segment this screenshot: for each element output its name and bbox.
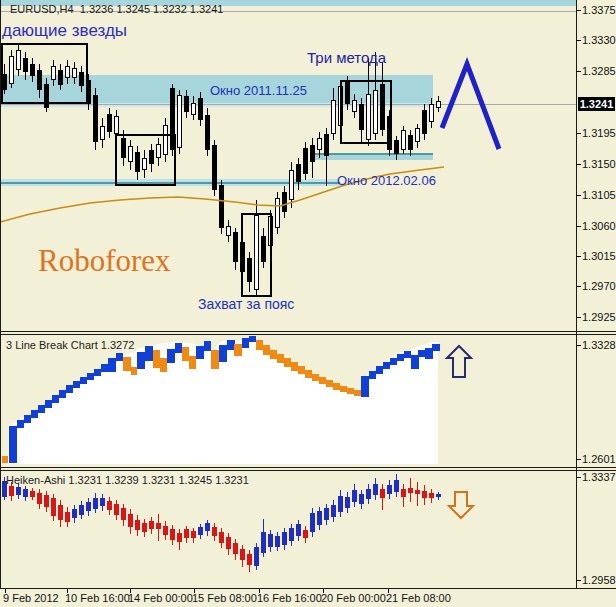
time-axis-label: 20 Feb 00:00: [321, 592, 386, 604]
line-break-bar-up: [137, 352, 145, 369]
symbol-period: EURUSD,H4: [10, 3, 74, 15]
candle-bull: [401, 130, 406, 150]
ha-candle-bear: [184, 529, 189, 538]
ha-candle-bear: [429, 493, 434, 498]
line-break-bar-down: [263, 345, 270, 355]
ha-candle-bull: [275, 536, 280, 547]
line-break-bar-down: [291, 362, 298, 371]
ha-candle-bear: [226, 537, 231, 549]
ha-candle-bear: [191, 531, 196, 538]
ha-candle-bull: [16, 487, 21, 495]
price-scale[interactable]: [577, 0, 616, 588]
heiken-ashi-title: Heiken-Ashi 1.3231 1.3239 1.3231 1.3245 …: [6, 474, 249, 486]
ha-candle-bear: [163, 526, 168, 535]
line-break-bar-down: [2, 456, 8, 463]
price-scale-label: 1.2601: [582, 453, 616, 465]
ha-candle-bear: [380, 489, 385, 498]
ha-candle-bull: [436, 494, 441, 497]
line-break-bar-down: [284, 358, 291, 367]
ha-candle-bear: [240, 549, 245, 560]
time-axis-tick: [323, 589, 324, 593]
price-scale-label: 1.3328: [582, 339, 616, 351]
candle-bull: [191, 103, 196, 115]
line-break-bar-up: [38, 405, 45, 413]
ha-candle-bull: [261, 532, 266, 553]
candle-bear: [107, 114, 112, 132]
ha-candle-bull: [345, 497, 350, 508]
line-break-bar-up: [369, 371, 376, 379]
ha-candle-bear: [177, 533, 182, 542]
panel-divider-2b: [0, 470, 616, 471]
price-scale-label: 1.3195: [582, 127, 616, 139]
line-break-bar-down: [305, 370, 312, 378]
line-break-bar-up: [94, 369, 101, 376]
price-scale-label: 1.3375: [582, 4, 616, 16]
ha-candle-bear: [37, 493, 42, 504]
candle-bull: [429, 104, 434, 122]
line-break-bar-up: [116, 353, 123, 361]
price-scale-label: 1.3060: [582, 220, 616, 232]
time-axis-label: 21 Feb 08:00: [386, 592, 451, 604]
line-break-bar-up: [145, 346, 153, 361]
price-scale-label: 1.2958: [582, 574, 616, 586]
line-break-bar-up: [24, 415, 31, 423]
ha-candle-bear: [233, 543, 238, 554]
line-break-bar-up: [167, 349, 175, 363]
time-axis-tick: [259, 589, 260, 593]
window-2011-label: Окно 2011.11.25: [210, 83, 307, 98]
line-break-bar-up: [432, 344, 440, 351]
ha-candle-bull: [198, 527, 203, 535]
ha-candle-bull: [100, 498, 105, 506]
ha-candle-bear: [65, 512, 70, 522]
line-break-title: 3 Line Break Chart 1.3272: [6, 339, 134, 351]
ha-candle-bull: [296, 524, 301, 536]
ha-candle-bear: [107, 501, 112, 510]
line-break-bar-down: [211, 350, 219, 369]
ha-candle-bull: [79, 505, 84, 515]
heiken-ashi-panel[interactable]: [0, 470, 576, 588]
ha-candle-bear: [219, 532, 224, 543]
bottom-border: [0, 588, 616, 589]
ha-candle-bear: [58, 505, 63, 520]
line-break-bar-up: [404, 351, 411, 358]
candle-bear: [422, 110, 427, 134]
ha-candle-bear: [170, 529, 175, 540]
ha-candle-bull: [317, 511, 322, 525]
candle-bear: [310, 145, 315, 162]
ha-candle-bear: [30, 491, 35, 497]
candle-bear: [212, 145, 217, 190]
ha-candle-bull: [338, 496, 343, 512]
line-break-bar-up: [73, 381, 80, 388]
pattern-box-falling-stars: [1, 43, 88, 104]
candle-bear: [296, 164, 301, 182]
ha-candle-bear: [247, 554, 252, 565]
line-break-bar-down: [256, 340, 263, 350]
line-break-bar-up: [411, 355, 419, 369]
ha-candle-bull: [72, 509, 77, 518]
ha-candle-bull: [23, 489, 28, 497]
candle-bear: [233, 232, 238, 262]
candle-bear: [219, 185, 224, 228]
price-scale-label: 1.3015: [582, 250, 616, 262]
ha-candle-bear: [156, 523, 161, 529]
ha-candle-bull: [394, 480, 399, 492]
price-scale-label: 1.2970: [582, 280, 616, 292]
pattern-box-window: [115, 134, 176, 186]
line-break-bar-down: [326, 380, 333, 387]
line-break-bar-down: [312, 374, 319, 381]
candle-bull: [100, 126, 105, 140]
candle-bull: [436, 101, 441, 108]
ha-candle-bull: [324, 508, 329, 520]
ha-candle-bull: [310, 513, 315, 532]
line-break-panel[interactable]: [0, 334, 576, 467]
line-break-bar-down: [182, 347, 189, 361]
line-break-bar-up: [59, 390, 66, 398]
line-break-bar-down: [277, 354, 284, 363]
price-scale-label: 1.3285: [582, 65, 616, 77]
ha-candle-bear: [401, 489, 406, 497]
time-axis-label: 10 Feb 16:00: [65, 592, 130, 604]
ha-candle-bear: [142, 523, 147, 532]
ha-candle-bear: [422, 491, 427, 498]
falling-stars-label: дающие звезды: [2, 21, 127, 41]
line-break-bar-up: [9, 426, 17, 463]
